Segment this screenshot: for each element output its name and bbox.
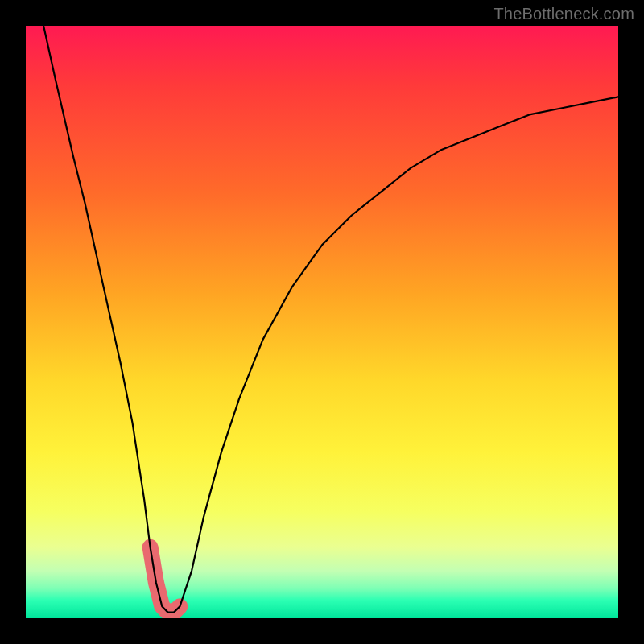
watermark-text: TheBottleneck.com	[493, 5, 634, 23]
bottleneck-curve	[43, 26, 618, 613]
chart-frame: TheBottleneck.com	[0, 0, 644, 644]
highlight-band	[151, 547, 180, 613]
chart-plot-area	[26, 26, 618, 618]
curve-svg	[26, 26, 618, 618]
